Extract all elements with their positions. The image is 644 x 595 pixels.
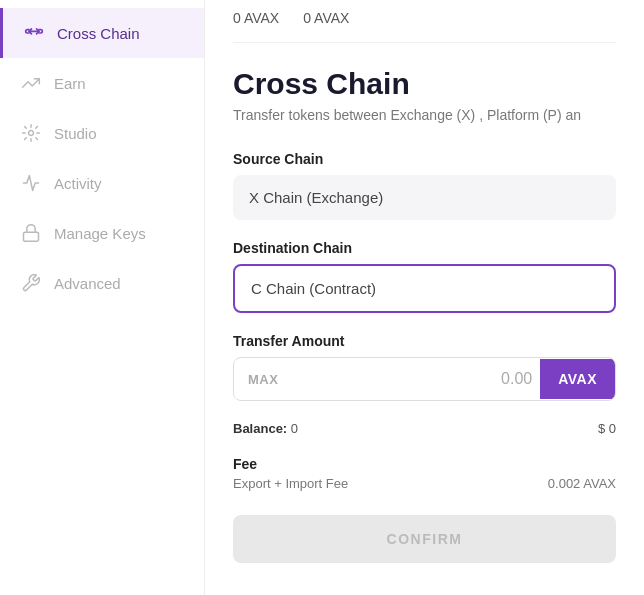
main-content: 0 AVAX 0 AVAX Cross Chain Transfer token…	[205, 0, 644, 595]
sidebar-item-cross-chain[interactable]: Cross Chain	[0, 8, 204, 58]
sidebar-item-activity[interactable]: Activity	[0, 158, 204, 208]
balance-amount: 0	[291, 421, 298, 436]
transfer-max-button[interactable]: MAX	[234, 360, 292, 399]
avax-val-1: 0 AVAX	[233, 10, 279, 26]
earn-icon	[20, 72, 42, 94]
svg-rect-2	[24, 232, 39, 241]
transfer-amount-label: Transfer Amount	[233, 333, 616, 349]
destination-chain-input[interactable]	[233, 264, 616, 313]
sidebar-item-label: Activity	[54, 175, 102, 192]
transfer-row: MAX AVAX	[233, 357, 616, 401]
source-chain-input[interactable]: X Chain (Exchange)	[233, 175, 616, 220]
fee-row: Export + Import Fee 0.002 AVAX	[233, 476, 616, 491]
sidebar-item-manage-keys[interactable]: Manage Keys	[0, 208, 204, 258]
fee-title: Fee	[233, 456, 616, 472]
sidebar-item-earn[interactable]: Earn	[0, 58, 204, 108]
page-title: Cross Chain	[233, 67, 616, 101]
studio-icon	[20, 122, 42, 144]
balance-usd: $ 0	[598, 421, 616, 436]
destination-chain-label: Destination Chain	[233, 240, 616, 256]
fee-section: Fee Export + Import Fee 0.002 AVAX	[233, 456, 616, 491]
source-chain-label: Source Chain	[233, 151, 616, 167]
transfer-amount-input[interactable]	[292, 358, 540, 400]
advanced-icon	[20, 272, 42, 294]
sidebar-item-label: Studio	[54, 125, 97, 142]
cross-chain-icon	[23, 22, 45, 44]
page-subtitle: Transfer tokens between Exchange (X) , P…	[233, 107, 616, 123]
transfer-currency: AVAX	[540, 359, 615, 399]
top-bar: 0 AVAX 0 AVAX	[233, 0, 616, 43]
sidebar-item-label: Cross Chain	[57, 25, 140, 42]
sidebar-item-label: Manage Keys	[54, 225, 146, 242]
sidebar-item-label: Advanced	[54, 275, 121, 292]
sidebar-item-studio[interactable]: Studio	[0, 108, 204, 158]
sidebar-item-advanced[interactable]: Advanced	[0, 258, 204, 308]
fee-description: Export + Import Fee	[233, 476, 348, 491]
confirm-button[interactable]: CONFIRM	[233, 515, 616, 563]
sidebar: Cross Chain Earn Studio Activity	[0, 0, 205, 595]
balance-label: Balance:	[233, 421, 287, 436]
sidebar-item-label: Earn	[54, 75, 86, 92]
destination-chain-group: Destination Chain	[233, 240, 616, 313]
svg-point-1	[29, 131, 34, 136]
activity-icon	[20, 172, 42, 194]
balance-row: Balance: 0 $ 0	[233, 421, 616, 436]
source-chain-group: Source Chain X Chain (Exchange)	[233, 151, 616, 220]
manage-keys-icon	[20, 222, 42, 244]
balance-info: Balance: 0	[233, 421, 298, 436]
fee-value: 0.002 AVAX	[548, 476, 616, 491]
avax-val-2: 0 AVAX	[303, 10, 349, 26]
transfer-amount-group: Transfer Amount MAX AVAX	[233, 333, 616, 401]
